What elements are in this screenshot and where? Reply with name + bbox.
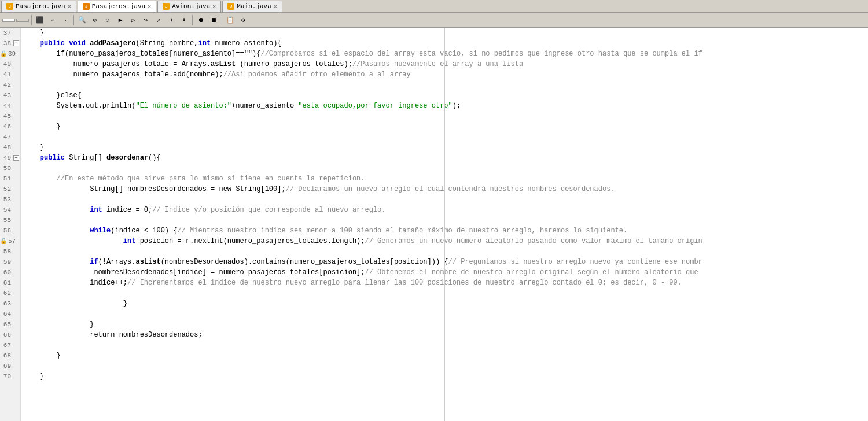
code-line-39: if(numero_pasajeros_totales[numero_asien… <box>21 49 868 59</box>
line-number-row-64: 64 <box>0 309 20 319</box>
tab-bar: JPasajero.java✕JPasajeros.java✕JAvion.ja… <box>0 0 868 13</box>
line-num-text-65: 65 <box>3 321 11 328</box>
code-segment: (String nombre, <box>135 38 198 49</box>
tab-icon-2: J <box>163 3 170 10</box>
code-segment: public <box>40 38 65 49</box>
tab-close-3[interactable]: ✕ <box>274 3 277 10</box>
code-line-65: } <box>21 319 868 330</box>
code-line-46: } <box>21 121 868 132</box>
line-numbers: 3738−🔒3940414243444546474849−50515253545… <box>0 28 21 421</box>
code-segment <box>23 38 40 49</box>
code-segment: numero_asiento){ <box>211 38 281 49</box>
tab-Pasajero_java[interactable]: JPasajero.java✕ <box>1 1 76 12</box>
toolbar-btn-11[interactable]: ⬆ <box>165 14 177 26</box>
line-num-text-40: 40 <box>3 61 11 68</box>
toolbar-btn-2[interactable]: ↩ <box>47 14 58 26</box>
code-segment <box>23 205 90 215</box>
line-num-text-64: 64 <box>3 311 11 317</box>
code-segment <box>23 226 90 236</box>
line-number-row-63: 63 <box>0 298 20 309</box>
history-tab[interactable] <box>16 19 29 22</box>
code-line-38: public void addPasajero(String nombre,in… <box>21 38 868 49</box>
fold-icon-38[interactable]: − <box>13 40 19 46</box>
code-segment: // Incrementamos el indice de nuestro nu… <box>127 278 682 288</box>
line-num-text-57: 57 <box>8 238 16 245</box>
code-line-49: public String[] desordenar(){ <box>21 153 868 163</box>
code-line-51: //En este método que sirve para lo mismo… <box>21 173 868 184</box>
code-segment: asList <box>135 257 160 267</box>
code-segment: int <box>198 38 211 49</box>
toolbar-btn-1[interactable]: ⬛ <box>34 14 46 26</box>
code-line-58 <box>21 246 868 257</box>
tab-close-1[interactable]: ✕ <box>148 3 151 10</box>
toolbar-btn-16[interactable]: ⚙ <box>237 14 249 26</box>
code-area[interactable]: } public void addPasajero(String nombre,… <box>21 28 868 421</box>
code-segment: } <box>23 121 61 132</box>
code-segment: }else{ <box>23 90 82 101</box>
code-line-52: String[] nombresDesordenados = new Strin… <box>21 184 868 194</box>
code-segment: ); <box>453 101 461 111</box>
code-line-47 <box>21 132 868 142</box>
line-num-text-66: 66 <box>3 331 11 338</box>
line-number-row-39: 🔒39 <box>0 49 20 59</box>
tab-label-2: Avion.java <box>172 3 210 10</box>
code-line-57: int posicion = r.nextInt(numero_pasajero… <box>21 236 868 246</box>
toolbar-btn-10[interactable]: ↗ <box>153 14 164 26</box>
toolbar-btn-8[interactable]: ▷ <box>127 14 139 26</box>
code-segment: if(numero_pasajeros_totales[numero_asien… <box>23 49 260 59</box>
code-segment: } <box>23 298 127 309</box>
line-number-row-41: 41 <box>0 69 20 80</box>
code-line-44: System.out.println("El número de asiento… <box>21 101 868 111</box>
code-line-54: int indice = 0;// Indice y/o posición qu… <box>21 205 868 215</box>
line-number-row-55: 55 <box>0 215 20 226</box>
toolbar-btn-14[interactable]: ⏹ <box>208 14 219 26</box>
fold-icon-49[interactable]: − <box>13 155 19 161</box>
code-line-69 <box>21 361 868 371</box>
code-line-40: numero_pasajeros_totale = Arrays.asList … <box>21 59 868 69</box>
toolbar-btn-7[interactable]: ▶ <box>115 14 126 26</box>
code-segment: void <box>69 38 86 49</box>
code-segment: "esta ocupado,por favor ingrese otro" <box>298 101 452 111</box>
code-segment: desordenar <box>106 153 148 163</box>
toolbar-btn-6[interactable]: ⊖ <box>102 14 113 26</box>
code-segment: int <box>123 236 136 246</box>
code-segment: // Preguntamos si nuestro arreglo nuevo … <box>448 257 703 267</box>
code-segment <box>23 153 40 163</box>
code-line-43: }else{ <box>21 90 868 101</box>
toolbar-sep-2 <box>73 15 74 25</box>
source-tab[interactable] <box>2 19 15 22</box>
toolbar-btn-13[interactable]: ⏺ <box>195 14 207 26</box>
line-num-text-68: 68 <box>3 352 11 359</box>
toolbar-btn-4[interactable]: 🔍 <box>76 14 88 26</box>
toolbar-btn-15[interactable]: 📋 <box>225 14 236 26</box>
tab-close-2[interactable]: ✕ <box>212 3 216 10</box>
toolbar-btn-5[interactable]: ⊕ <box>89 14 101 26</box>
line-num-text-70: 70 <box>3 373 11 380</box>
line-number-row-67: 67 <box>0 340 20 350</box>
lock-icon-57: 🔒 <box>0 238 7 245</box>
code-container: 3738−🔒3940414243444546474849−50515253545… <box>0 28 868 421</box>
code-line-60: nombresDesordenados[indice] = numero_pas… <box>21 267 868 278</box>
code-segment: asList <box>211 59 236 69</box>
tab-Pasajeros_java[interactable]: JPasajeros.java✕ <box>78 1 156 12</box>
line-num-text-69: 69 <box>3 363 11 370</box>
code-line-63: } <box>21 298 868 309</box>
code-segment: (numero_pasajeros_totales); <box>236 59 352 69</box>
code-line-42 <box>21 80 868 90</box>
code-segment: } <box>23 371 44 382</box>
code-line-68: } <box>21 350 868 361</box>
tab-label-1: Pasajeros.java <box>92 3 145 10</box>
code-line-59: if(!Arrays.asList(nombresDesordenados).c… <box>21 257 868 267</box>
code-segment <box>65 38 69 49</box>
toolbar-btn-3[interactable]: · <box>60 14 71 26</box>
toolbar-btn-12[interactable]: ⬇ <box>178 14 190 26</box>
line-num-text-42: 42 <box>3 82 11 88</box>
tab-Avion_java[interactable]: JAvion.java✕ <box>157 1 221 12</box>
code-segment: //Asi podemos añadir otro elemento a al … <box>223 69 411 80</box>
code-segment: } <box>23 142 44 153</box>
code-segment: // Generamos un nuevo número aleatorio p… <box>365 236 703 246</box>
tab-close-0[interactable]: ✕ <box>68 3 71 10</box>
tab-Main_java[interactable]: JMain.java✕ <box>222 1 282 12</box>
toolbar-btn-9[interactable]: ↪ <box>140 14 152 26</box>
line-number-row-61: 61 <box>0 278 20 288</box>
